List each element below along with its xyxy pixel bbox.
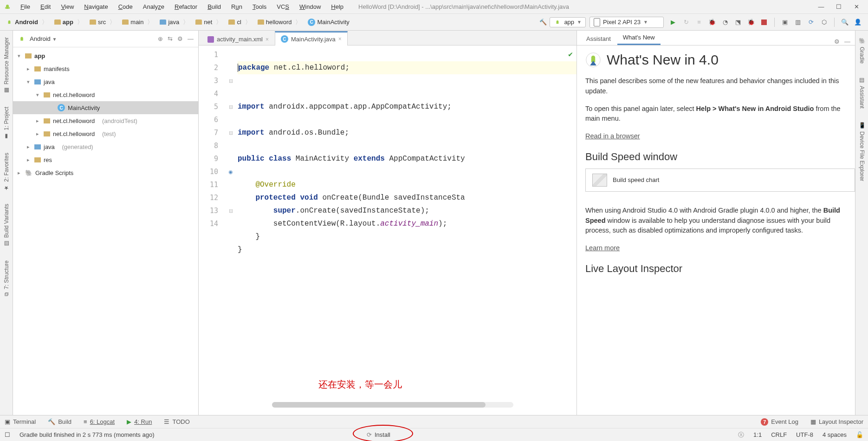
close-icon[interactable]: × [338,36,342,42]
sdk-icon[interactable]: ▥ [793,18,803,27]
tree-java[interactable]: ▾java [13,75,198,88]
minimize-button[interactable]: — [814,1,828,13]
tool-resource-manager[interactable]: ▦Resource Manager [3,35,10,96]
apply-changes-icon[interactable]: ↻ [681,18,691,27]
menu-build[interactable]: Build [203,1,226,12]
line-separator[interactable]: CRLF [771,431,787,438]
run-config-combo[interactable]: app▼ [550,17,586,27]
user-icon[interactable]: 👤 [853,18,862,27]
build-speed-desc: When using Android Studio 4.0 with Andro… [585,206,855,236]
tree-pkg-test[interactable]: ▸net.cl.helloword (test) [13,127,198,140]
tab-whats-new[interactable]: What's New [617,31,661,45]
whats-new-panel: Assistant What's New ⚙— What's New in 4.… [577,31,855,415]
menu-edit[interactable]: Edit [36,1,55,12]
sync-icon[interactable]: ⟳ [806,18,816,27]
debug-icon[interactable]: 🐞 [707,18,717,27]
crumb-helloword[interactable]: helloword〉 [255,17,304,27]
tree-gradle[interactable]: ▸🐘Gradle Scripts [13,166,198,179]
menu-run[interactable]: Run [227,1,247,12]
caret-position[interactable]: 1:1 [753,431,762,438]
avd-icon[interactable]: ▣ [780,18,790,27]
maximize-button[interactable]: ☐ [832,1,846,13]
menu-help[interactable]: Help [326,1,348,12]
tree-mainactivity[interactable]: CMainActivity [13,101,198,114]
menu-vcs[interactable]: VCS [272,1,294,12]
crumb-src[interactable]: src〉 [87,17,118,27]
tool-build-variants[interactable]: ▤Build Variants [3,202,10,249]
tool-terminal[interactable]: ▣ Terminal [5,418,36,425]
tree-app[interactable]: ▾app [13,49,198,62]
hide-icon[interactable]: — [188,35,194,42]
tree-java-gen[interactable]: ▸java (generated) [13,140,198,153]
target-icon[interactable]: ⊕ [158,35,163,42]
collapse-icon[interactable]: ⇆ [168,35,173,42]
tool-favorites[interactable]: ★2: Favorites [3,151,10,193]
tool-device-explorer[interactable]: 📱Device File Explorer [859,120,865,183]
indent-info[interactable]: 4 spaces [823,431,847,438]
build-speed-chart-label: Build speed chart [613,176,659,183]
close-icon[interactable]: × [266,36,269,43]
right-panel-tabs: Assistant What's New ⚙— [577,31,855,45]
profile-icon[interactable]: ◔ [720,18,730,27]
crumb-app[interactable]: app〉 [52,17,86,27]
hammer-icon[interactable]: 🔨 [538,18,548,27]
read-in-browser-link[interactable]: Read in a browser [585,132,640,140]
tool-gradle[interactable]: 🐘Gradle [859,35,865,65]
crumb-android[interactable]: Android〉 [3,17,51,27]
close-button[interactable]: ✕ [849,1,863,13]
tab-assistant[interactable]: Assistant [581,32,616,45]
tree-pkg-main[interactable]: ▾net.cl.helloword [13,88,198,101]
stop-icon[interactable] [759,18,769,27]
android-studio-icon [585,52,601,68]
tree-pkg-androidtest[interactable]: ▸net.cl.helloword (androidTest) [13,114,198,127]
project-view-selector[interactable]: Android ▼ [30,35,57,42]
tree-res[interactable]: ▸res [13,153,198,166]
tool-build[interactable]: 🔨 Build [48,418,71,425]
cube-icon[interactable]: ⬡ [819,18,829,27]
menu-tools[interactable]: Tools [248,1,271,12]
menu-window[interactable]: Window [295,1,325,12]
window-controls: — ☐ ✕ [814,1,865,13]
breadcrumb: Android〉 app〉 src〉 main〉 java〉 net〉 cl〉 … [3,17,352,27]
tool-project[interactable]: ▮1: Project [3,105,10,142]
file-encoding[interactable]: UTF-8 [796,431,813,438]
tool-layout-inspector[interactable]: ▦ Layout Inspector [810,418,863,425]
tool-assistant[interactable]: ▤Assistant [859,75,865,110]
editor-body[interactable]: 1234567891011121314 ⊟⊟⊟◉⊟ package net.cl… [199,45,577,415]
crumb-cl[interactable]: cl〉 [226,17,253,27]
search-icon[interactable]: 🔍 [840,18,849,27]
gear-icon[interactable]: ⚙ [834,38,840,45]
crumb-mainactivity[interactable]: CMainActivity [305,18,352,27]
tab-mainactivity-java[interactable]: CMainActivity.java× [275,31,348,45]
menu-view[interactable]: View [56,1,78,12]
project-panel-header: Android ▼ ⊕ ⇆ ⚙ — [13,31,198,47]
crumb-net[interactable]: net〉 [193,17,225,27]
coverage-icon[interactable]: ⬔ [733,18,743,27]
attach-icon[interactable]: 🐞 [746,18,756,27]
hide-icon[interactable]: — [844,38,850,45]
tree-manifests[interactable]: ▸manifests [13,62,198,75]
tool-structure[interactable]: ⧉7: Structure [3,259,10,298]
tool-run[interactable]: ▶ 4: Run [127,418,152,425]
code-content[interactable]: package net.cl.helloword; import android… [235,45,577,415]
apply-code-icon[interactable]: ≡ [694,18,704,27]
device-combo[interactable]: Pixel 2 API 23▼ [589,17,664,28]
tab-activity-main-xml[interactable]: activity_main.xml× [201,32,275,45]
editor-hscrollbar[interactable] [272,402,513,408]
tool-logcat[interactable]: ≡ 6: Logcat [84,418,115,425]
menu-refactor[interactable]: Refactor [170,1,202,12]
line-gutter: 1234567891011121314 [199,45,227,415]
crumb-main[interactable]: main〉 [119,17,156,27]
learn-more-link[interactable]: Learn more [585,244,620,252]
status-close-icon[interactable]: ⓧ [738,431,744,439]
menu-navigate[interactable]: Navigate [79,1,112,12]
gear-icon[interactable]: ⚙ [177,35,183,42]
tool-event-log[interactable]: 7 Event Log [761,418,798,426]
lock-icon[interactable]: 🔓 [856,431,863,438]
menu-analyze[interactable]: Analyze [138,1,169,12]
run-icon[interactable]: ▶ [668,18,678,27]
tool-todo[interactable]: ☰ TODO [164,418,189,425]
menu-file[interactable]: File [16,1,35,12]
crumb-java[interactable]: java〉 [157,17,192,27]
menu-code[interactable]: Code [114,1,137,12]
